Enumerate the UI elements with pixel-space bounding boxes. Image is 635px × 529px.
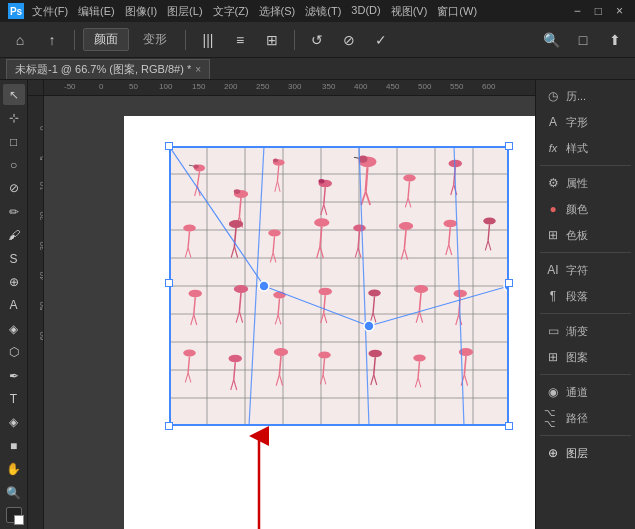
menu-select[interactable]: 选择(S) bbox=[259, 4, 296, 19]
gradient-tool[interactable]: A bbox=[3, 295, 25, 316]
ruler-mark: 500 bbox=[418, 82, 431, 91]
tab-close-button[interactable]: × bbox=[195, 64, 201, 75]
svg-point-38 bbox=[319, 179, 325, 184]
svg-point-65 bbox=[314, 218, 329, 227]
eyedropper-tool[interactable]: ✏ bbox=[3, 201, 25, 222]
home-button[interactable]: ⌂ bbox=[6, 26, 34, 54]
grid2-icon[interactable]: ⊞ bbox=[258, 26, 286, 54]
handle-top-left[interactable] bbox=[165, 142, 173, 150]
title-bar: Ps 文件(F) 编辑(E) 图像(I) 图层(L) 文字(Z) 选择(S) 滤… bbox=[0, 0, 635, 22]
mode-face-button[interactable]: 颜面 bbox=[83, 28, 129, 51]
menu-file[interactable]: 文件(F) bbox=[32, 4, 68, 19]
share-button[interactable]: ⬆ bbox=[601, 26, 629, 54]
glyphs-icon: A bbox=[544, 113, 562, 131]
mode-transform-button[interactable]: 变形 bbox=[133, 29, 177, 50]
menu-filter[interactable]: 滤镜(T) bbox=[305, 4, 341, 19]
toolbar: ⌂ ↑ 颜面 变形 ||| ≡ ⊞ ↺ ⊘ ✓ 🔍 □ ⬆ bbox=[0, 22, 635, 58]
paths-icon: ⌥ ⌥ bbox=[544, 409, 562, 427]
menu-edit[interactable]: 编辑(E) bbox=[78, 4, 115, 19]
paragraph-icon: ¶ bbox=[544, 287, 562, 305]
app-icon: Ps bbox=[8, 3, 24, 19]
maximize-button[interactable]: □ bbox=[591, 4, 606, 18]
layout-button[interactable]: □ bbox=[569, 26, 597, 54]
confirm-button[interactable]: ✓ bbox=[367, 26, 395, 54]
stamp-tool[interactable]: S bbox=[3, 248, 25, 269]
tab-bar: 未标题-1 @ 66.7% (图案, RGB/8#) * × bbox=[0, 58, 635, 80]
swatches-icon: ⊞ bbox=[544, 226, 562, 244]
svg-point-147 bbox=[259, 281, 269, 291]
panel-patterns[interactable]: ⊞ 图案 bbox=[538, 345, 633, 369]
ruler-mark: 600 bbox=[482, 82, 495, 91]
window-controls[interactable]: − □ × bbox=[570, 4, 627, 18]
grid-icon[interactable]: ||| bbox=[194, 26, 222, 54]
menu-type[interactable]: 文字(Z) bbox=[213, 4, 249, 19]
svg-point-117 bbox=[229, 355, 243, 363]
magic-wand-tool[interactable]: ○ bbox=[3, 154, 25, 175]
ruler-mark: 50 bbox=[129, 82, 138, 91]
menu-layer[interactable]: 图层(L) bbox=[167, 4, 202, 19]
handle-top-right[interactable] bbox=[505, 142, 513, 150]
pen-tool[interactable]: ✒ bbox=[3, 365, 25, 386]
panel-character-label: 字符 bbox=[566, 263, 588, 278]
handle-bottom-left[interactable] bbox=[165, 422, 173, 430]
panel-properties[interactable]: ⚙ 属性 bbox=[538, 171, 633, 195]
ruler-horizontal: -50 0 50 100 150 200 250 300 350 400 450… bbox=[28, 80, 535, 96]
list-icon[interactable]: ≡ bbox=[226, 26, 254, 54]
panel-history[interactable]: ◷ 历... bbox=[538, 84, 633, 108]
panel-gradient[interactable]: ▭ 渐变 bbox=[538, 319, 633, 343]
canvas-row: 0 5 10 20 30 40 50 60 bbox=[28, 96, 535, 529]
cancel-button[interactable]: ⊘ bbox=[335, 26, 363, 54]
hand-tool[interactable]: ✋ bbox=[3, 459, 25, 480]
menu-view[interactable]: 视图(V) bbox=[391, 4, 428, 19]
panel-paths[interactable]: ⌥ ⌥ 路径 bbox=[538, 406, 633, 430]
shape-tool[interactable]: ■ bbox=[3, 435, 25, 456]
ruler-mark: 0 bbox=[99, 82, 103, 91]
blur-tool[interactable]: ◈ bbox=[3, 318, 25, 339]
menu-window[interactable]: 窗口(W) bbox=[437, 4, 477, 19]
handle-mid-left[interactable] bbox=[165, 279, 173, 287]
menu-3d[interactable]: 3D(D) bbox=[351, 4, 380, 19]
doc-title: 未标题-1 @ 66.7% (图案, RGB/8#) * bbox=[15, 62, 191, 77]
foreground-color[interactable] bbox=[6, 507, 22, 523]
panel-channels[interactable]: ◉ 通道 bbox=[538, 380, 633, 404]
flamingo-background bbox=[169, 146, 509, 426]
canvas-container[interactable] bbox=[44, 96, 535, 529]
menu-bar[interactable]: 文件(F) 编辑(E) 图像(I) 图层(L) 文字(Z) 选择(S) 滤镜(T… bbox=[32, 4, 570, 19]
svg-point-101 bbox=[368, 290, 381, 297]
brush-tool[interactable]: 🖌 bbox=[3, 224, 25, 245]
image-area[interactable] bbox=[169, 146, 509, 426]
zoom-tool[interactable]: 🔍 bbox=[3, 482, 25, 503]
svg-point-93 bbox=[273, 292, 286, 299]
eraser-tool[interactable]: ⊕ bbox=[3, 271, 25, 292]
search-button[interactable]: 🔍 bbox=[537, 26, 565, 54]
panel-styles[interactable]: fx 样式 bbox=[538, 136, 633, 160]
dodge-tool[interactable]: ⬡ bbox=[3, 341, 25, 362]
lasso-tool[interactable]: □ bbox=[3, 131, 25, 152]
panel-character[interactable]: AI 字符 bbox=[538, 258, 633, 282]
ruler-mark: 150 bbox=[192, 82, 205, 91]
marquee-tool[interactable]: ⊹ bbox=[3, 107, 25, 128]
svg-point-53 bbox=[183, 225, 196, 232]
document-tab[interactable]: 未标题-1 @ 66.7% (图案, RGB/8#) * × bbox=[6, 59, 210, 79]
panel-paths-label: 路径 bbox=[566, 411, 588, 426]
panel-glyphs[interactable]: A 字形 bbox=[538, 110, 633, 134]
type-tool[interactable]: T bbox=[3, 388, 25, 409]
panel-swatches[interactable]: ⊞ 色板 bbox=[538, 223, 633, 247]
panel-color[interactable]: ● 颜色 bbox=[538, 197, 633, 221]
menu-image[interactable]: 图像(I) bbox=[125, 4, 157, 19]
panel-paragraph[interactable]: ¶ 段落 bbox=[538, 284, 633, 308]
svg-point-113 bbox=[183, 350, 196, 357]
move-tool[interactable]: ↖ bbox=[3, 84, 25, 105]
undo-button[interactable]: ↺ bbox=[303, 26, 331, 54]
handle-mid-right[interactable] bbox=[505, 279, 513, 287]
minimize-button[interactable]: − bbox=[570, 4, 585, 18]
close-button[interactable]: × bbox=[612, 4, 627, 18]
ruler-vertical: 0 5 10 20 30 40 50 60 bbox=[28, 96, 44, 529]
arrow-tool[interactable]: ↑ bbox=[38, 26, 66, 54]
svg-point-125 bbox=[318, 352, 331, 359]
crop-tool[interactable]: ⊘ bbox=[3, 178, 25, 199]
path-selection-tool[interactable]: ◈ bbox=[3, 412, 25, 433]
handle-bottom-right[interactable] bbox=[505, 422, 513, 430]
panel-layers[interactable]: ⊕ 图层 bbox=[538, 441, 633, 465]
panel-separator-3 bbox=[540, 313, 631, 314]
